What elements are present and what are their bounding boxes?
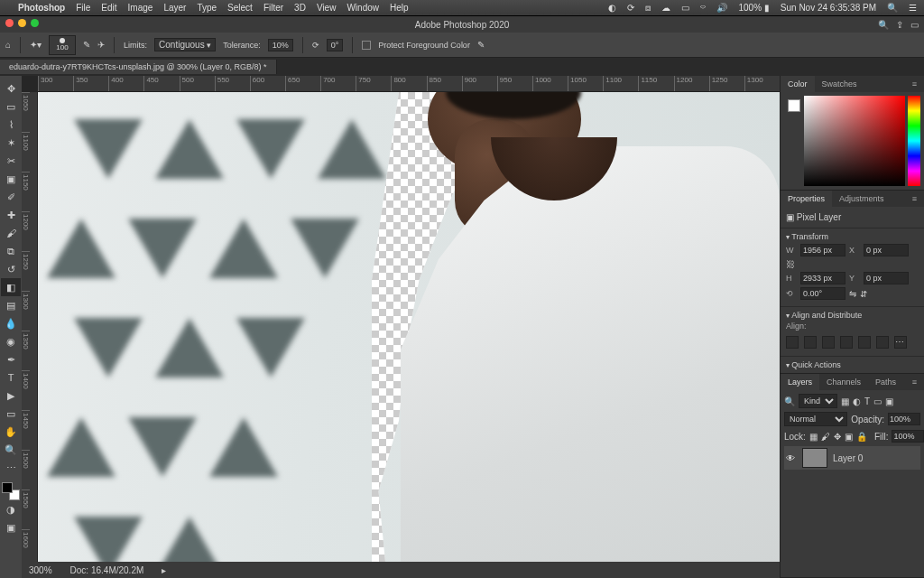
color-tab[interactable]: Color bbox=[781, 76, 815, 92]
adjustments-tab[interactable]: Adjustments bbox=[832, 191, 892, 207]
lasso-tool[interactable]: ⌇ bbox=[1, 116, 21, 134]
menu-help[interactable]: Help bbox=[390, 3, 409, 13]
lock-image-icon[interactable]: 🖌 bbox=[821, 432, 830, 442]
filter-type-icon[interactable]: T bbox=[864, 396, 870, 406]
quick-mask-toggle[interactable]: ◑ bbox=[1, 500, 21, 518]
lock-artboard-icon[interactable]: ▣ bbox=[845, 432, 853, 442]
flip-h-icon[interactable]: ⇋ bbox=[849, 289, 856, 299]
horizontal-ruler[interactable]: 3003504004505005506006507007508008509009… bbox=[38, 76, 780, 92]
align-section[interactable]: Align and Distribute bbox=[786, 311, 919, 320]
lock-position-icon[interactable]: ✥ bbox=[834, 432, 841, 442]
filter-icon[interactable]: 🔍 bbox=[784, 396, 795, 406]
menu-file[interactable]: File bbox=[76, 3, 90, 13]
eraser-tool[interactable]: ◧ bbox=[1, 278, 21, 296]
volume-icon[interactable]: 🔊 bbox=[716, 3, 727, 13]
tolerance-input[interactable]: 10% bbox=[268, 39, 293, 51]
y-input[interactable] bbox=[864, 272, 909, 284]
angle-input[interactable]: 0° bbox=[327, 39, 344, 51]
link-icon[interactable]: ⛓ bbox=[786, 259, 795, 269]
align-top-icon[interactable] bbox=[840, 336, 853, 349]
blur-tool[interactable]: 💧 bbox=[1, 314, 21, 332]
panel-menu-icon[interactable]: ≡ bbox=[905, 191, 924, 207]
swatches-tab[interactable]: Swatches bbox=[815, 76, 864, 92]
pen-tool[interactable]: ✒ bbox=[1, 350, 21, 368]
protect-fg-checkbox[interactable] bbox=[362, 41, 371, 50]
window-minimize-button[interactable] bbox=[18, 19, 26, 27]
layers-tab[interactable]: Layers bbox=[781, 374, 819, 390]
menu-select[interactable]: Select bbox=[227, 3, 253, 13]
history-brush-tool[interactable]: ↺ bbox=[1, 260, 21, 278]
crop-tool[interactable]: ✂ bbox=[1, 152, 21, 170]
quick-select-tool[interactable]: ✶ bbox=[1, 134, 21, 152]
zoom-tool[interactable]: 🔍 bbox=[1, 441, 21, 459]
brush-tool[interactable]: 🖌 bbox=[1, 224, 21, 242]
menu-filter[interactable]: Filter bbox=[263, 3, 283, 13]
menu-3d[interactable]: 3D bbox=[294, 3, 306, 13]
fill-input[interactable] bbox=[892, 430, 924, 443]
window-close-button[interactable] bbox=[5, 19, 14, 27]
filter-pixel-icon[interactable]: ▦ bbox=[841, 396, 849, 406]
properties-tab[interactable]: Properties bbox=[781, 191, 832, 207]
lock-all-icon[interactable]: 🔒 bbox=[856, 432, 867, 442]
color-swatches[interactable] bbox=[2, 482, 20, 500]
clock[interactable]: Sun Nov 24 6:35:38 PM bbox=[781, 3, 876, 13]
home-icon[interactable]: ⌂ bbox=[5, 40, 11, 50]
canvas[interactable] bbox=[38, 92, 780, 562]
dropbox-icon[interactable]: ⧈ bbox=[645, 3, 651, 14]
workspace-icon[interactable]: ▭ bbox=[910, 20, 919, 30]
menu-edit[interactable]: Edit bbox=[101, 3, 116, 13]
tool-preset-icon[interactable]: ✦▾ bbox=[30, 40, 42, 50]
edit-toolbar[interactable]: ⋯ bbox=[1, 459, 21, 477]
stamp-tool[interactable]: ⧉ bbox=[1, 242, 21, 260]
align-hcenter-icon[interactable] bbox=[804, 336, 817, 349]
menu-type[interactable]: Type bbox=[197, 3, 217, 13]
filter-kind-dropdown[interactable]: Kind bbox=[799, 394, 837, 408]
width-input[interactable] bbox=[800, 244, 845, 256]
menu-layer[interactable]: Layer bbox=[163, 3, 186, 13]
visibility-icon[interactable]: 👁 bbox=[786, 453, 797, 463]
hand-tool[interactable]: ✋ bbox=[1, 423, 21, 441]
more-options-icon[interactable]: ⋯ bbox=[894, 336, 907, 349]
panel-menu-icon[interactable]: ≡ bbox=[905, 374, 924, 390]
layer-name[interactable]: Layer 0 bbox=[833, 453, 863, 463]
app-menu[interactable]: Photoshop bbox=[18, 3, 65, 13]
display-icon[interactable]: ▭ bbox=[681, 3, 689, 13]
filter-adjust-icon[interactable]: ◐ bbox=[853, 396, 861, 406]
dodge-tool[interactable]: ◉ bbox=[1, 332, 21, 350]
share-icon[interactable]: ⇪ bbox=[896, 20, 903, 30]
opacity-input[interactable] bbox=[888, 413, 920, 425]
frame-tool[interactable]: ▣ bbox=[1, 170, 21, 188]
layer-thumbnail[interactable] bbox=[802, 448, 827, 468]
panel-menu-icon[interactable]: ≡ bbox=[905, 76, 924, 92]
filter-smart-icon[interactable]: ▣ bbox=[885, 396, 893, 406]
brush-settings-icon[interactable]: ✎ bbox=[83, 40, 90, 50]
menu-window[interactable]: Window bbox=[346, 3, 379, 13]
align-vcenter-icon[interactable] bbox=[858, 336, 871, 349]
move-tool[interactable]: ✥ bbox=[1, 79, 21, 98]
vertical-ruler[interactable]: 1050110011501200125013001350140014501500… bbox=[22, 92, 38, 578]
document-tab[interactable]: eduardo-dutra-y7RT9KHCTcs-unsplash.jpg @… bbox=[0, 60, 277, 74]
align-right-icon[interactable] bbox=[822, 336, 835, 349]
cloud-icon[interactable]: ☁ bbox=[661, 3, 670, 13]
height-input[interactable] bbox=[800, 272, 845, 284]
layer-row[interactable]: 👁 Layer 0 bbox=[784, 446, 920, 470]
healing-tool[interactable]: ✚ bbox=[1, 206, 21, 224]
window-zoom-button[interactable] bbox=[31, 19, 39, 27]
color-picker[interactable] bbox=[784, 96, 920, 186]
limits-dropdown[interactable]: Contiguous ▾ bbox=[154, 38, 216, 51]
blend-mode-dropdown[interactable]: Normal bbox=[784, 412, 847, 426]
transform-section[interactable]: Transform bbox=[786, 232, 919, 241]
search-icon[interactable]: 🔍 bbox=[878, 20, 889, 30]
menu-view[interactable]: View bbox=[317, 3, 337, 13]
wifi-icon[interactable]: ⌔ bbox=[700, 3, 706, 13]
status-icon[interactable]: ⟳ bbox=[627, 3, 634, 13]
quick-actions-section[interactable]: Quick Actions bbox=[786, 360, 919, 369]
eyedropper-tool[interactable]: ✐ bbox=[1, 188, 21, 206]
paths-tab[interactable]: Paths bbox=[868, 374, 903, 390]
screen-mode-toggle[interactable]: ▣ bbox=[1, 518, 21, 536]
flip-v-icon[interactable]: ⇵ bbox=[860, 289, 867, 299]
channels-tab[interactable]: Channels bbox=[819, 374, 868, 390]
x-input[interactable] bbox=[864, 244, 909, 256]
filter-shape-icon[interactable]: ▭ bbox=[873, 396, 882, 406]
type-tool[interactable]: T bbox=[1, 368, 21, 387]
